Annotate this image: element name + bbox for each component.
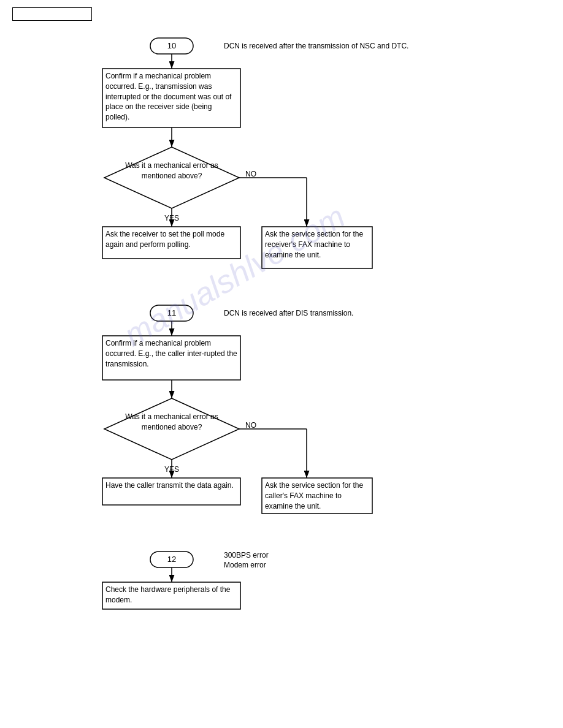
confirm-box2: Confirm if a mechanical problem occurred…	[105, 338, 237, 369]
svg-rect-20	[150, 552, 193, 567]
header-box	[12, 7, 92, 21]
diamond2-text: Was it a mechanical error as mentioned a…	[123, 412, 221, 433]
node12-label: 12	[167, 555, 176, 564]
bottom-box: Check the hardware peripherals of the mo…	[105, 585, 237, 605]
yes-label-2: YES	[164, 465, 179, 474]
svg-rect-22	[102, 582, 240, 609]
svg-rect-16	[102, 478, 240, 505]
node10-label: 10	[167, 41, 176, 50]
left-box2: Have the caller transmit the data again.	[105, 480, 237, 491]
yes-label-1: YES	[164, 214, 179, 222]
svg-rect-0	[150, 38, 193, 54]
node10-desc: DCN is received after the transmission o…	[224, 42, 408, 50]
svg-marker-4	[104, 147, 239, 208]
svg-rect-19	[262, 478, 372, 514]
node11-desc: DCN is received after DIS transmission.	[224, 309, 353, 317]
no-label-1: NO	[245, 170, 256, 178]
svg-marker-14	[104, 398, 239, 460]
right-box1: Ask the service section for the receiver…	[265, 229, 369, 260]
svg-rect-10	[150, 305, 193, 321]
diamond1-text: Was it a mechanical error as mentioned a…	[123, 161, 221, 181]
watermark: manualshlve.com	[118, 198, 351, 354]
no-label-2: NO	[245, 421, 256, 430]
svg-rect-6	[102, 227, 240, 259]
flowchart-svg: 10 DCN is received after the transmissio…	[0, 0, 563, 728]
node12-desc1: 300BPS error	[224, 551, 269, 559]
left-box1: Ask the receiver to set the poll mode ag…	[105, 229, 237, 250]
svg-rect-9	[262, 227, 372, 268]
confirm-box1: Confirm if a mechanical problem occurred…	[105, 71, 237, 123]
svg-rect-2	[102, 69, 240, 127]
svg-rect-12	[102, 336, 240, 380]
right-box2: Ask the service section for the caller's…	[265, 480, 369, 511]
node12-desc2: Modem error	[224, 561, 266, 569]
node11-label: 11	[167, 308, 176, 317]
page: 10 DCN is received after the transmissio…	[0, 0, 563, 728]
